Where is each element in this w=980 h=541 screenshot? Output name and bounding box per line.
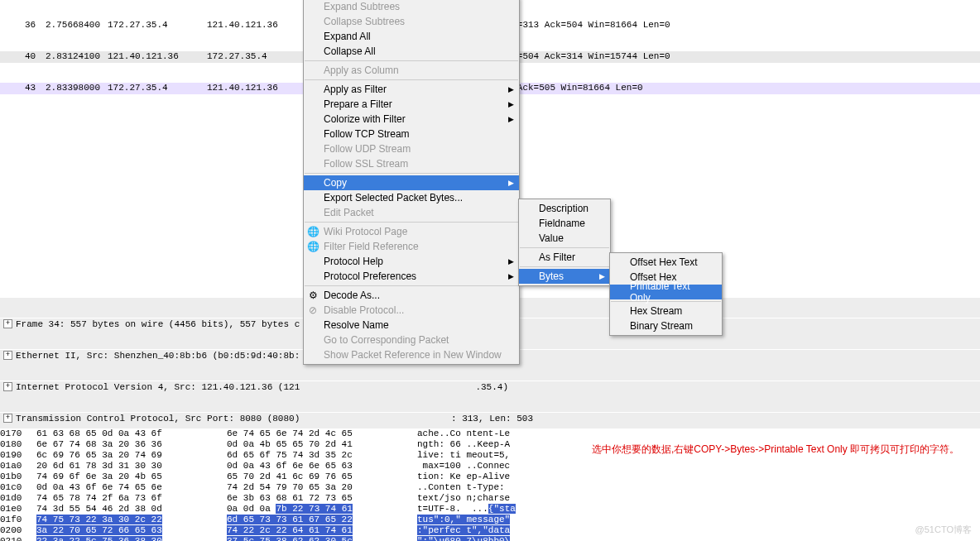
hex-offset: 0170 (0, 428, 36, 439)
annotation-note: 选中你想要的数据,右键COPY->Bytes->Printable Text O… (592, 443, 959, 457)
hex-row[interactable]: 01f074 75 73 22 3a 30 2c 226d 65 73 73 6… (0, 515, 980, 525)
menu-follow-tcp[interactable]: Follow TCP Stream (304, 127, 519, 141)
tree-row[interactable]: +Transmission Control Protocol, Src Port… (0, 412, 980, 424)
menu-separator (305, 79, 518, 80)
menu-expand-all[interactable]: Expand All (304, 29, 519, 44)
hex-bytes-2: 6d 65 73 73 61 67 65 22 (227, 515, 417, 525)
menu-proto-help[interactable]: Protocol Help▶ (304, 254, 519, 269)
menu-goto-packet[interactable]: Go to Corresponding Packet (304, 333, 519, 347)
hex-row[interactable]: 01d074 65 78 74 2f 6a 73 6f6e 3b 63 68 6… (0, 493, 980, 504)
hex-offset: 01a0 (0, 461, 36, 472)
col-info: Seq=504 Ack=314 Win=15744 Len=0 (501, 51, 980, 63)
chevron-right-icon: ▶ (508, 272, 514, 280)
hex-ascii: max=100 ..Connec (417, 461, 980, 472)
hex-bytes-2: 74 22 2c 22 64 61 74 61 (227, 525, 417, 536)
expand-icon[interactable]: + (3, 382, 12, 391)
col-info: 14 Ack=505 Win=81664 Len=0 (501, 83, 980, 94)
globe-icon: 🌐 (307, 241, 319, 252)
menu-printable-text-only[interactable]: Printable Text Only (610, 285, 722, 299)
hex-ascii: ..Conten t-Type: (417, 482, 980, 493)
col-time: 2.83398000 (46, 83, 108, 94)
hex-row[interactable]: 021022 3a 22 5c 75 36 38 3037 5c 75 38 6… (0, 536, 980, 541)
menu-separator (305, 173, 518, 174)
context-menu[interactable]: Expand Subtrees Collapse Subtrees Expand… (303, 0, 520, 365)
hex-row[interactable]: 01a020 6d 61 78 3d 31 30 300d 0a 43 6f 6… (0, 461, 980, 472)
copy-submenu[interactable]: Description Fieldname Value As Filter By… (518, 199, 611, 286)
hex-ascii: tion: Ke ep-Alive (417, 472, 980, 482)
hex-bytes-2: 0d 0a 4b 65 65 70 2d 41 (227, 439, 417, 450)
hex-offset: 01f0 (0, 515, 36, 525)
tree-label: Frame 34: 557 bytes on wire (4456 bits),… (16, 319, 300, 329)
hex-bytes-1: 3a 22 70 65 72 66 65 63 (36, 525, 227, 536)
menu-edit-packet[interactable]: Edit Packet (304, 205, 519, 220)
menu-binary-stream[interactable]: Binary Stream (610, 318, 722, 333)
hex-ascii: ":"\u680 7\u8bb0\ (417, 536, 980, 541)
menu-follow-udp[interactable]: Follow UDP Stream (304, 141, 519, 156)
menu-resolve-name[interactable]: Resolve Name (304, 318, 519, 333)
menu-separator (305, 222, 518, 223)
tree-suffix: : 313, Len: 503 (451, 414, 980, 424)
hex-bytes-1: 6c 69 76 65 3a 20 74 69 (36, 450, 227, 461)
tree-row[interactable]: +Internet Protocol Version 4, Src: 121.4… (0, 381, 980, 392)
hex-offset: 0180 (0, 439, 36, 450)
tree-suffix: .35.4) (475, 382, 980, 392)
hex-bytes-2: 0a 0d 0a 7b 22 73 74 61 (227, 504, 417, 515)
menu-offset-hex-text[interactable]: Offset Hex Text (610, 255, 722, 270)
menu-collapse-subtrees[interactable]: Collapse Subtrees (304, 14, 519, 29)
menu-expand-subtrees[interactable]: Expand Subtrees (304, 0, 519, 14)
col-time: 2.75668400 (46, 20, 108, 31)
bytes-submenu[interactable]: Offset Hex Text Offset Hex Printable Tex… (609, 252, 723, 336)
col-time: 2.83124100 (46, 51, 108, 63)
gear-icon: ⚙ (307, 290, 319, 301)
hex-bytes-2: 6d 65 6f 75 74 3d 35 2c (227, 450, 417, 461)
expand-icon[interactable]: + (3, 414, 12, 423)
menu-copy[interactable]: Copy▶ (304, 175, 519, 190)
hex-row[interactable]: 02003a 22 70 65 72 66 65 6374 22 2c 22 6… (0, 525, 980, 536)
expand-icon[interactable]: + (3, 319, 12, 328)
menu-disable-proto[interactable]: ⊘Disable Protocol... (304, 303, 519, 318)
tree-label: Transmission Control Protocol, Src Port:… (16, 414, 300, 424)
hex-row[interactable]: 01c00d 0a 43 6f 6e 74 65 6e74 2d 54 79 7… (0, 482, 980, 493)
tree-suffix: :4d:0c:84) (454, 351, 980, 361)
menu-colorize[interactable]: Colorize with Filter▶ (304, 112, 519, 127)
hex-bytes-2: 0d 0a 43 6f 6e 6e 65 63 (227, 461, 417, 472)
hex-row[interactable]: 01e074 3d 55 54 46 2d 38 0d0a 0d 0a 7b 2… (0, 504, 980, 515)
menu-value[interactable]: Value (519, 231, 610, 246)
hex-row[interactable]: 017061 63 68 65 0d 0a 43 6f6e 74 65 6e 7… (0, 428, 980, 439)
hex-bytes-2: 37 5c 75 38 62 62 30 5c (227, 536, 417, 541)
menu-export-bytes[interactable]: Export Selected Packet Bytes... (304, 190, 519, 205)
hex-bytes-2: 65 70 2d 41 6c 69 76 65 (227, 472, 417, 482)
col-src: 172.27.35.4 (108, 83, 207, 94)
menu-fieldname[interactable]: Fieldname (519, 216, 610, 231)
globe-icon: 🌐 (307, 226, 319, 237)
menu-wiki[interactable]: 🌐Wiki Protocol Page (304, 224, 519, 239)
menu-description[interactable]: Description (519, 201, 610, 216)
menu-filter-ref[interactable]: 🌐Filter Field Reference (304, 239, 519, 254)
disable-icon: ⊘ (307, 304, 319, 316)
hex-bytes-2: 6e 3b 63 68 61 72 73 65 (227, 493, 417, 504)
chevron-right-icon: ▶ (508, 257, 514, 266)
menu-as-filter[interactable]: As Filter (519, 250, 610, 265)
hex-bytes-2: 74 2d 54 79 70 65 3a 20 (227, 482, 417, 493)
menu-decode-as[interactable]: ⚙Decode As... (304, 288, 519, 303)
menu-apply-as-column[interactable]: Apply as Column (304, 63, 519, 78)
menu-bytes[interactable]: Bytes▶ (519, 269, 610, 284)
hex-row[interactable]: 01b074 69 6f 6e 3a 20 4b 6565 70 2d 41 6… (0, 472, 980, 482)
col-no: 43 (25, 83, 46, 94)
hex-bytes-1: 61 63 68 65 0d 0a 43 6f (36, 428, 227, 439)
menu-hex-stream[interactable]: Hex Stream (610, 304, 722, 318)
expand-icon[interactable]: + (3, 351, 12, 360)
chevron-right-icon: ▶ (508, 115, 514, 123)
menu-apply-as-filter[interactable]: Apply as Filter▶ (304, 82, 519, 97)
col-info: Seq=313 Ack=504 Win=81664 Len=0 (501, 20, 980, 31)
menu-follow-ssl[interactable]: Follow SSL Stream (304, 156, 519, 171)
menu-prepare-filter[interactable]: Prepare a Filter▶ (304, 97, 519, 112)
menu-separator (305, 60, 518, 61)
menu-collapse-all[interactable]: Collapse All (304, 44, 519, 59)
hex-ascii: ache..Co ntent-Le (417, 428, 980, 439)
chevron-right-icon: ▶ (508, 100, 514, 108)
hex-bytes-1: 0d 0a 43 6f 6e 74 65 6e (36, 482, 227, 493)
menu-show-ref[interactable]: Show Packet Reference in New Window (304, 347, 519, 362)
hex-offset: 0210 (0, 536, 36, 541)
menu-proto-prefs[interactable]: Protocol Preferences▶ (304, 269, 519, 284)
